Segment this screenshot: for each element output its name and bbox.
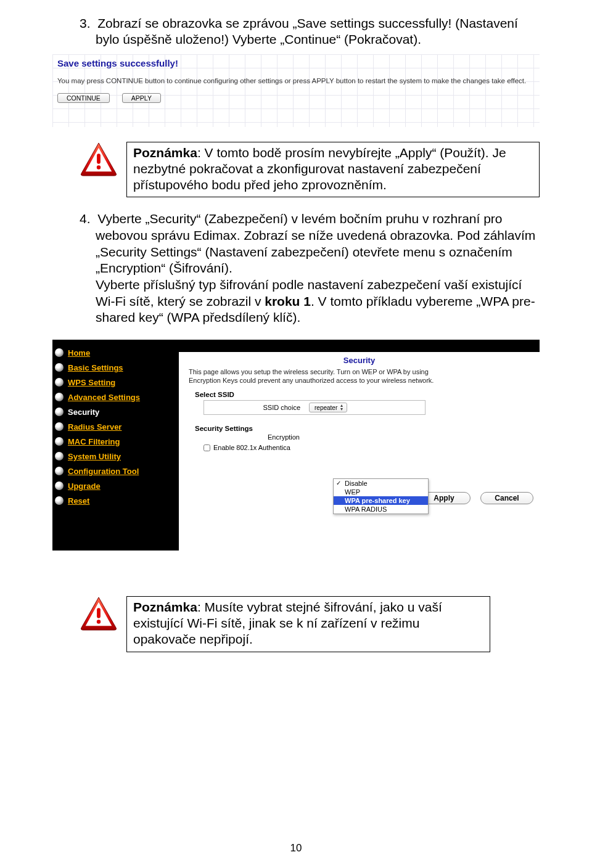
sidebar-item-home[interactable]: Home xyxy=(55,348,174,358)
ssid-select[interactable]: repeater ▴▾ xyxy=(309,403,347,412)
dropdown-item-disable[interactable]: Disable xyxy=(334,479,428,488)
nav-mac-label: MAC Filtering xyxy=(68,437,120,446)
note1-bold: Poznámka xyxy=(133,145,197,160)
sidebar-item-wps[interactable]: WPS Setting xyxy=(55,378,174,387)
bullet-icon xyxy=(55,467,64,475)
warning-icon xyxy=(80,142,118,176)
nav-home-label: Home xyxy=(68,348,90,358)
bullet-icon xyxy=(55,452,64,461)
step4-bold: kroku 1 xyxy=(265,294,311,308)
ssid-row: SSID choice repeater ▴▾ xyxy=(204,400,426,415)
ssid-choice-label: SSID choice xyxy=(204,404,309,411)
dropdown-item-wpa-radius[interactable]: WPA RADIUS xyxy=(334,505,428,514)
save-settings-title: Save settings successfully! xyxy=(57,58,535,68)
bullet-icon xyxy=(55,393,64,401)
step4-part-a: 4. Vyberte „Security“ (Zabezpečení) v le… xyxy=(80,211,535,275)
nav-config-label: Configuration Tool xyxy=(68,467,139,476)
nav-basic-label: Basic Settings xyxy=(68,363,123,372)
bullet-icon xyxy=(55,378,64,387)
nav-advanced-label: Advanced Settings xyxy=(68,393,140,402)
svg-rect-0 xyxy=(97,154,101,163)
ssid-value: repeater xyxy=(314,404,337,411)
bullet-icon xyxy=(55,437,64,446)
bullet-icon xyxy=(55,363,64,372)
warning-icon xyxy=(80,596,118,631)
sidebar-item-radius[interactable]: Radius Server xyxy=(55,422,174,432)
step-4-text: 4. Vyberte „Security“ (Zabezpečení) v le… xyxy=(52,211,540,326)
sidebar-item-system[interactable]: System Utility xyxy=(55,452,174,461)
nav-reset-label: Reset xyxy=(68,496,89,506)
dropdown-item-wep[interactable]: WEP xyxy=(334,488,428,496)
sidebar-item-basic[interactable]: Basic Settings xyxy=(55,363,174,372)
nav-wps-label: WPS Setting xyxy=(68,378,115,387)
bullet-icon xyxy=(55,348,64,357)
sidebar-item-reset[interactable]: Reset xyxy=(55,496,174,506)
page-number: 10 xyxy=(0,842,592,854)
enable-8021x-checkbox[interactable] xyxy=(204,444,210,451)
updown-icon: ▴▾ xyxy=(340,404,343,411)
bullet-icon xyxy=(55,407,64,416)
security-main-panel: Security This page allows you setup the … xyxy=(179,340,540,551)
cancel-security-button[interactable]: Cancel xyxy=(480,492,533,504)
apply-button[interactable]: APPLY xyxy=(122,93,161,103)
security-description: This page allows you setup the wireless … xyxy=(189,368,460,385)
sidebar-nav: Home Basic Settings WPS Setting Advanced… xyxy=(52,340,179,551)
dropdown-item-wpa-psk[interactable]: WPA pre-shared key xyxy=(334,496,428,505)
svg-point-3 xyxy=(97,620,101,623)
step-3-text: 3. Zobrazí se obrazovka se zprávou „Save… xyxy=(52,15,540,48)
encryption-label: Encryption xyxy=(204,433,308,441)
sidebar-item-upgrade[interactable]: Upgrade xyxy=(55,481,174,491)
nav-radius-label: Radius Server xyxy=(68,422,121,432)
note-box-2: Poznámka: Musíte vybrat stejné šifrování… xyxy=(126,596,490,652)
enable-8021x-label: Enable 802.1x Authentica xyxy=(213,444,290,451)
select-ssid-label: Select SSID xyxy=(195,391,540,398)
svg-rect-2 xyxy=(97,608,101,618)
note-box-1: Poznámka: V tomto bodě prosím nevybírejt… xyxy=(126,142,540,198)
security-settings-label: Security Settings xyxy=(195,425,540,432)
sidebar-item-mac[interactable]: MAC Filtering xyxy=(55,437,174,446)
sidebar-item-config[interactable]: Configuration Tool xyxy=(55,467,174,476)
security-screenshot: Home Basic Settings WPS Setting Advanced… xyxy=(52,340,540,551)
bullet-icon xyxy=(55,422,64,431)
sidebar-item-advanced[interactable]: Advanced Settings xyxy=(55,393,174,402)
save-settings-panel: Save settings successfully! You may pres… xyxy=(52,54,540,127)
bullet-icon xyxy=(55,481,64,490)
security-title: Security xyxy=(179,356,540,365)
nav-system-label: System Utility xyxy=(68,452,121,461)
bullet-icon xyxy=(55,496,64,505)
svg-point-1 xyxy=(97,165,101,169)
sidebar-item-security[interactable]: Security xyxy=(55,407,174,417)
note2-bold: Poznámka xyxy=(133,600,197,614)
encryption-dropdown[interactable]: Disable WEP WPA pre-shared key WPA RADIU… xyxy=(333,478,429,514)
nav-security-label: Security xyxy=(68,407,99,417)
save-settings-text: You may press CONTINUE button to continu… xyxy=(57,77,535,84)
continue-button[interactable]: CONTINUE xyxy=(57,93,110,103)
nav-upgrade-label: Upgrade xyxy=(68,481,101,491)
